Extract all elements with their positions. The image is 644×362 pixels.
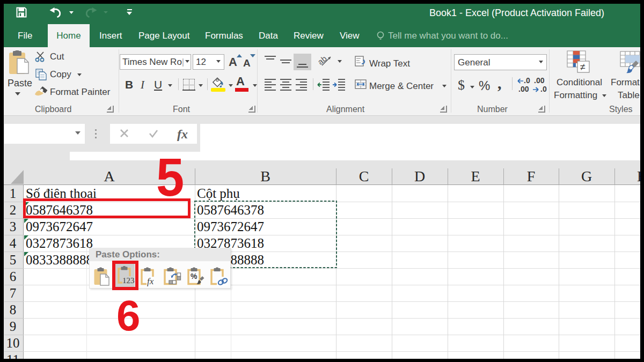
svg-text:%: % — [191, 272, 197, 280]
svg-text:123: 123 — [122, 276, 135, 285]
svg-text:≠: ≠ — [580, 62, 586, 72]
svg-text:fx: fx — [147, 276, 154, 286]
